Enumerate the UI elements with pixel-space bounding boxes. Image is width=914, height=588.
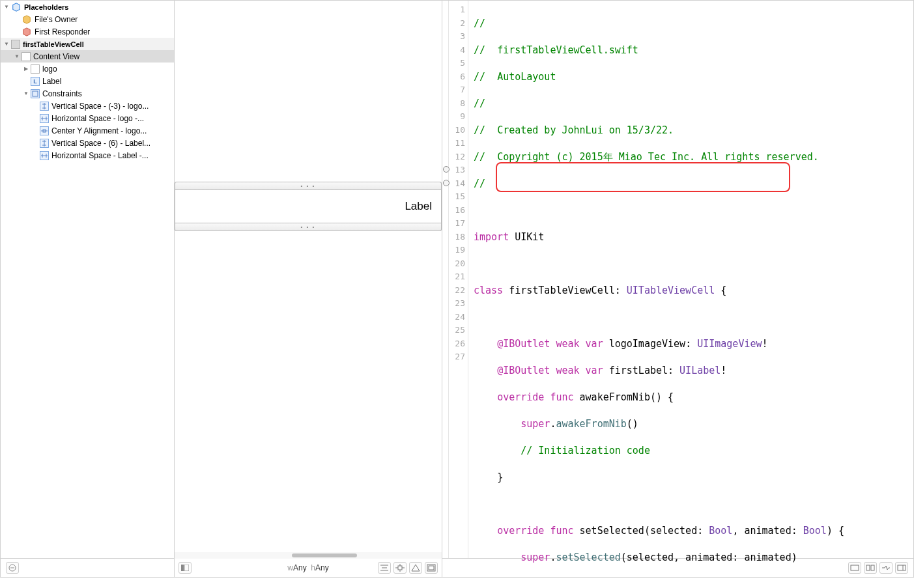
outline-constraint-item[interactable]: Vertical Space - (-3) - logo... bbox=[1, 100, 174, 112]
cell-content-view[interactable]: Label bbox=[175, 189, 442, 223]
outline-label: First Responder bbox=[35, 27, 90, 36]
placeholders-icon bbox=[11, 2, 21, 12]
resolve-issues-button[interactable] bbox=[409, 562, 422, 574]
outline-first-responder[interactable]: First Responder bbox=[1, 25, 174, 38]
outline-label: Horizontal Space - Label -... bbox=[51, 151, 149, 160]
outline-constraint-item[interactable]: Horizontal Space - Label -... bbox=[1, 149, 174, 161]
outline-filter-bar[interactable] bbox=[1, 559, 175, 577]
outline-constraints-group[interactable]: Constraints bbox=[1, 87, 174, 100]
disclosure-icon[interactable] bbox=[23, 91, 29, 97]
view-icon bbox=[21, 52, 31, 61]
disclosure-icon[interactable] bbox=[14, 53, 20, 60]
canvas-horizontal-scrollbar[interactable] bbox=[175, 552, 442, 559]
constraint-icon bbox=[40, 139, 49, 148]
outline-cell-header[interactable]: firstTableViewCell bbox=[1, 38, 174, 50]
tableviewcell-icon bbox=[11, 40, 20, 49]
svg-rect-5 bbox=[398, 566, 402, 570]
outline-label: Horizontal Space - logo -... bbox=[51, 114, 144, 123]
outline-label: firstTableViewCell bbox=[23, 40, 84, 48]
label-icon: L bbox=[31, 77, 40, 86]
line-number-gutter: 1234567891011121314151617181920212223242… bbox=[449, 1, 468, 558]
constraints-group-icon bbox=[31, 89, 40, 98]
toggle-outline-button[interactable] bbox=[179, 562, 192, 574]
cell-label[interactable]: Label bbox=[405, 200, 432, 213]
tableviewcell-canvas[interactable]: Label bbox=[175, 182, 442, 231]
main-content: Placeholders File's Owner First Responde… bbox=[0, 0, 914, 558]
align-button[interactable] bbox=[378, 562, 391, 574]
disclosure-icon[interactable] bbox=[23, 66, 29, 72]
constraint-icon bbox=[40, 114, 49, 123]
outline-label: Constraints bbox=[42, 89, 82, 98]
editor-gutter bbox=[442, 1, 449, 558]
first-responder-icon bbox=[21, 27, 32, 37]
outline-label: logo bbox=[42, 64, 57, 74]
cell-resize-handle-top[interactable] bbox=[175, 182, 442, 189]
constraint-icon bbox=[40, 126, 49, 135]
filter-icon[interactable] bbox=[6, 562, 19, 574]
annotation-highlight bbox=[496, 162, 790, 192]
files-owner-icon bbox=[21, 14, 32, 25]
outline-label: Vertical Space - (-3) - logo... bbox=[51, 102, 149, 111]
outline-placeholders-header[interactable]: Placeholders bbox=[1, 1, 174, 13]
outline-label-item[interactable]: L Label bbox=[1, 75, 174, 87]
outline-constraint-item[interactable]: Horizontal Space - logo -... bbox=[1, 112, 174, 124]
svg-rect-3 bbox=[181, 565, 184, 571]
outline-label: File's Owner bbox=[35, 15, 78, 24]
outline-files-owner[interactable]: File's Owner bbox=[1, 13, 174, 25]
iboutlet-connection-indicator[interactable] bbox=[443, 166, 450, 173]
constraint-icon bbox=[40, 151, 49, 160]
outline-label: Content View bbox=[33, 52, 79, 61]
iboutlet-connection-indicator[interactable] bbox=[443, 180, 450, 186]
resize-button[interactable] bbox=[425, 562, 438, 574]
size-class-control[interactable]: wAny hAny bbox=[287, 563, 328, 572]
outline-label: Label bbox=[42, 77, 61, 86]
scrollbar-thumb[interactable] bbox=[292, 553, 357, 557]
outline-label: Center Y Alignment - logo... bbox=[51, 126, 147, 135]
interface-builder-canvas[interactable]: Label bbox=[175, 1, 442, 558]
disclosure-icon[interactable] bbox=[3, 4, 10, 10]
document-outline-panel[interactable]: Placeholders File's Owner First Responde… bbox=[1, 1, 175, 558]
svg-rect-7 bbox=[429, 566, 434, 570]
code-content[interactable]: // // firstTableViewCell.swift // AutoLa… bbox=[468, 1, 913, 558]
svg-rect-4 bbox=[184, 565, 189, 571]
disclosure-icon[interactable] bbox=[3, 41, 10, 48]
outline-label: Placeholders bbox=[24, 3, 68, 11]
outline-label: Vertical Space - (6) - Label... bbox=[51, 139, 150, 148]
svg-rect-0 bbox=[33, 91, 38, 96]
constraint-icon bbox=[40, 102, 49, 111]
outline-constraint-item[interactable]: Vertical Space - (6) - Label... bbox=[1, 137, 174, 149]
outline-constraint-item[interactable]: Center Y Alignment - logo... bbox=[1, 124, 174, 137]
canvas-toolbar: wAny hAny bbox=[175, 559, 442, 577]
outline-content-view[interactable]: Content View bbox=[1, 50, 174, 63]
outline-logo[interactable]: logo bbox=[1, 63, 174, 75]
source-editor[interactable]: 1234567891011121314151617181920212223242… bbox=[442, 1, 913, 558]
imageview-icon bbox=[31, 64, 40, 74]
cell-resize-handle-bottom[interactable] bbox=[175, 223, 442, 231]
pin-button[interactable] bbox=[393, 562, 407, 574]
